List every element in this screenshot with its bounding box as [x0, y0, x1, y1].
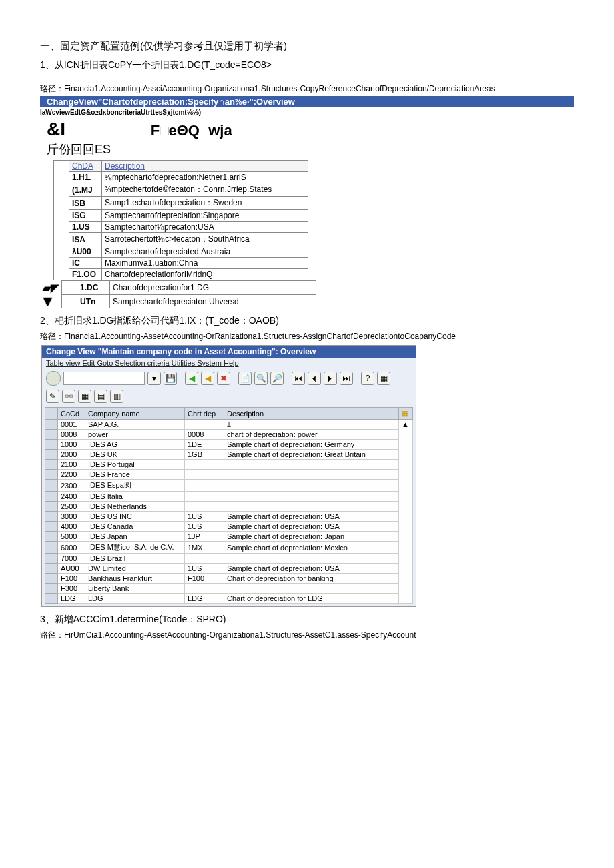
table-row[interactable]: AU00DW Limited1USSample chart of depreci… — [45, 564, 413, 574]
table-row[interactable]: 1.H1.¹⁄₈mptechartofdeprecation:Nether1.a… — [54, 172, 308, 183]
table-row[interactable]: ▰◤ 1.DC Chartofdeprecationfor1.DG — [40, 281, 316, 295]
chrt-cell[interactable] — [185, 502, 224, 512]
page-icon[interactable]: 📄 — [238, 372, 252, 385]
col-description[interactable]: Description — [102, 161, 308, 172]
chrt-cell[interactable] — [185, 460, 224, 470]
chrt-cell[interactable] — [185, 492, 224, 502]
table-row[interactable]: 7000IDES Brazil — [45, 554, 413, 564]
table-row[interactable]: 2100IDES Portugal — [45, 460, 413, 470]
sap-menubar[interactable]: Table view Edit Goto Selection criteria … — [42, 358, 416, 368]
back-icon[interactable]: ◀ — [185, 372, 198, 385]
chrt-cell[interactable]: 1MX — [185, 542, 224, 554]
table-row[interactable]: F1.OOChartofdepreciationforIMridnQ — [54, 269, 308, 280]
table-row[interactable]: 2000IDES UK1GBSample chart of depreciati… — [45, 450, 413, 460]
grid1-icon[interactable]: ▦ — [78, 390, 91, 403]
chrt-cell[interactable] — [185, 584, 224, 594]
chrt-cell[interactable]: 1US — [185, 564, 224, 574]
row-handle[interactable] — [45, 502, 58, 512]
last-page-icon[interactable]: ⏭ — [340, 372, 353, 385]
chrt-cell[interactable]: 0008 — [185, 430, 224, 440]
table-row[interactable]: 2200IDES France — [45, 470, 413, 480]
row-handle[interactable] — [45, 492, 58, 502]
row-handle[interactable] — [45, 522, 58, 532]
first-page-icon[interactable]: ⏮ — [292, 372, 305, 385]
config-icon[interactable]: ▦ — [399, 408, 413, 420]
dropdown-icon[interactable]: ▾ — [147, 372, 161, 385]
table-row[interactable]: (1.MJ¾mptechertofde©fecaton：Conrn.Jrriep… — [54, 183, 308, 197]
prev-page-icon[interactable]: ⏴ — [308, 372, 321, 385]
name-cell: IDES Canada — [85, 522, 185, 532]
row-handle[interactable] — [45, 440, 58, 450]
table-row[interactable]: 6000IDES M慧ico, S.A. de C.V.1MXSample ch… — [45, 542, 413, 554]
row-handle[interactable] — [45, 594, 58, 604]
row-handle[interactable] — [45, 512, 58, 522]
pencil-icon[interactable]: ✎ — [46, 390, 59, 403]
grid2-icon[interactable]: ▤ — [94, 390, 107, 403]
layout-icon[interactable]: ▦ — [377, 372, 390, 385]
row-handle[interactable] — [45, 470, 58, 480]
table-row[interactable]: ISGSamptechartofdepreciation:Singapore — [54, 210, 308, 222]
exit-icon[interactable]: ◀ — [201, 372, 214, 385]
row-handle[interactable] — [45, 554, 58, 564]
chrt-cell[interactable]: 1US — [185, 512, 224, 522]
select-all-handle[interactable] — [45, 408, 58, 420]
row-handle[interactable] — [45, 460, 58, 470]
table-row[interactable]: 2300IDES Espa圆 — [45, 480, 413, 492]
table-row[interactable]: F100Bankhaus FrankfurtF100Chart of depre… — [45, 574, 413, 584]
table-row[interactable]: ⯆ UTn Samptechartofdepreciaton:Uhversd — [40, 295, 316, 308]
name-cell: IDES M慧ico, S.A. de C.V. — [85, 542, 185, 554]
chrt-cell[interactable]: 1DE — [185, 440, 224, 450]
chrt-cell[interactable] — [185, 420, 224, 430]
col-company-name[interactable]: Company name — [85, 408, 185, 420]
row-handle[interactable] — [45, 420, 58, 430]
find-icon[interactable]: 🔍 — [254, 372, 268, 385]
help-icon[interactable]: ? — [361, 372, 374, 385]
row-handle[interactable] — [45, 564, 58, 574]
chrt-cell[interactable] — [185, 554, 224, 564]
table-row[interactable]: LDGLDGLDGChart of depreciation for LDG — [45, 594, 413, 604]
table-row[interactable]: 3000IDES US INC1USSample chart of deprec… — [45, 512, 413, 522]
chrt-cell[interactable] — [185, 480, 224, 492]
col-cocd[interactable]: CoCd — [58, 408, 85, 420]
table-row[interactable]: 2400IDES Italia — [45, 492, 413, 502]
chrt-cell[interactable]: 1JP — [185, 532, 224, 542]
col-chda[interactable]: ChDA — [69, 161, 102, 172]
chrt-cell[interactable]: 1GB — [185, 450, 224, 460]
row-handle[interactable] — [45, 584, 58, 594]
table-row[interactable]: 4000IDES Canada1USSample chart of deprec… — [45, 522, 413, 532]
row-handle[interactable] — [45, 450, 58, 460]
col-description[interactable]: Description — [224, 408, 399, 420]
row-handle[interactable] — [45, 430, 58, 440]
table-row[interactable]: 1000IDES AG1DESample chart of depreciati… — [45, 440, 413, 450]
chrt-cell[interactable]: LDG — [185, 594, 224, 604]
table-row[interactable]: 0001SAP A.G.±▲ — [45, 420, 413, 430]
glasses-icon[interactable]: 👓 — [62, 390, 75, 403]
findnext-icon[interactable]: 🔎 — [270, 372, 284, 385]
chrt-cell[interactable]: 1US — [185, 522, 224, 532]
col-chrt-dep[interactable]: Chrt dep — [185, 408, 224, 420]
ok-icon[interactable] — [46, 371, 61, 386]
scrollbar[interactable]: ▲ — [399, 420, 413, 604]
table-row[interactable]: 2500IDES Netherlands — [45, 502, 413, 512]
grid3-icon[interactable]: ▥ — [110, 390, 123, 403]
table-row[interactable]: F300Liberty Bank — [45, 584, 413, 594]
row-handle[interactable] — [45, 542, 58, 554]
table-row[interactable]: ISASarrotechertoft¹⁄₈c>fecaton：SouthAfri… — [54, 233, 308, 246]
table-row[interactable]: ISBSamp1.echartofdepreciation：Sweden — [54, 197, 308, 210]
table-row[interactable]: 5000IDES Japan1JPSample chart of depreci… — [45, 532, 413, 542]
chrt-cell[interactable] — [185, 470, 224, 480]
row-handle[interactable] — [45, 574, 58, 584]
table-row[interactable]: ICMaximumva1.uation:Chna — [54, 258, 308, 269]
next-page-icon[interactable]: ⏵ — [324, 372, 337, 385]
row-handle[interactable] — [45, 532, 58, 542]
chrt-cell[interactable]: F100 — [185, 574, 224, 584]
desc-cell — [224, 492, 399, 502]
table-row[interactable]: λU00Samptechartofdepreciated:Austraia — [54, 246, 308, 258]
cancel-icon[interactable]: ✖ — [217, 372, 230, 385]
row-handle[interactable] — [45, 480, 58, 492]
save-icon[interactable]: 💾 — [164, 372, 177, 385]
table-row[interactable]: 1.USSamptechartof¹⁄₈precaton:USA — [54, 222, 308, 233]
command-field[interactable] — [63, 372, 145, 385]
table-row[interactable]: 0008power0008chart of depreciation: powe… — [45, 430, 413, 440]
chda-cell: 1.DC — [77, 281, 110, 295]
